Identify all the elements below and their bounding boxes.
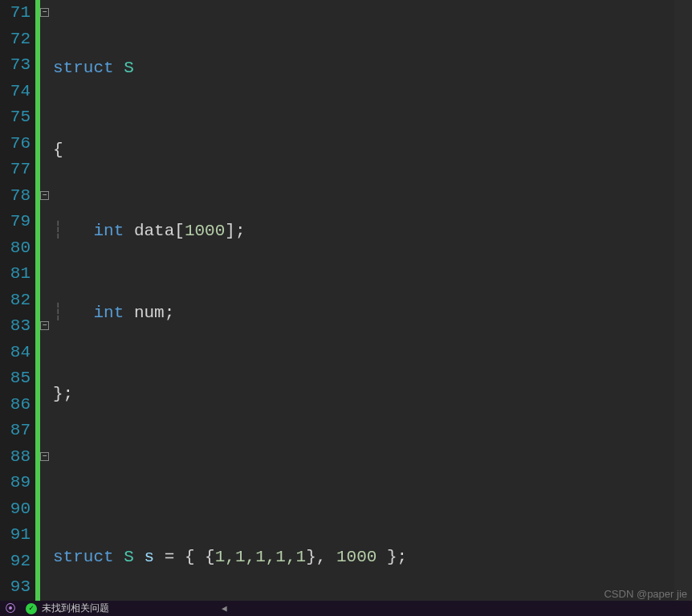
keyword-struct: struct [53, 55, 114, 82]
line-number: 93 [0, 574, 31, 601]
fold-toggle-icon[interactable]: − [40, 321, 49, 330]
line-number: 86 [0, 392, 31, 418]
fold-toggle-icon[interactable]: − [40, 452, 49, 461]
code-line[interactable]: ┆ int data[1000]; [53, 218, 692, 245]
code-line[interactable] [53, 463, 692, 490]
identifier: data [134, 218, 174, 245]
line-number: 77 [0, 157, 31, 183]
line-number: 79 [0, 209, 31, 235]
number: 1000 [185, 218, 225, 245]
line-number: 84 [0, 340, 31, 366]
code-line[interactable]: struct S [53, 55, 692, 82]
code-area[interactable]: struct S { ┆ int data[1000]; ┆ int num; … [51, 0, 692, 601]
line-number: 78 [0, 183, 31, 210]
line-number-gutter: 7172737475767778798081828384858687888990… [0, 0, 35, 601]
line-number: 91 [0, 522, 31, 549]
line-number: 88 [0, 444, 31, 471]
line-number: 90 [0, 496, 31, 523]
code-line[interactable]: ┆ int num; [53, 300, 692, 327]
extension-icon[interactable]: ⦿ [3, 602, 18, 616]
fold-toggle-icon[interactable]: − [40, 191, 49, 200]
line-number: 82 [0, 288, 31, 314]
watermark-text: CSDN @paper jie [604, 588, 687, 600]
line-number: 89 [0, 470, 31, 496]
identifier: num [134, 300, 165, 327]
minimap[interactable] [674, 0, 692, 601]
line-number: 85 [0, 365, 31, 392]
status-ok-icon[interactable]: ✓ [24, 602, 39, 616]
code-line[interactable]: struct S s = { {1,1,1,1,1}, 1000 }; [53, 545, 692, 571]
code-editor[interactable]: 7172737475767778798081828384858687888990… [0, 0, 692, 601]
line-number: 80 [0, 235, 31, 262]
line-number: 73 [0, 52, 31, 79]
status-bar[interactable]: ⦿ ✓ 未找到相关问题 ◀ [0, 601, 692, 616]
code-line[interactable]: }; [53, 381, 692, 408]
collapse-arrow-icon[interactable]: ◀ [222, 603, 227, 614]
line-number: 87 [0, 418, 31, 444]
fold-column[interactable]: −−−− [40, 0, 51, 601]
line-number: 71 [0, 0, 31, 27]
line-number: 83 [0, 313, 31, 340]
type-name: S [124, 55, 134, 82]
keyword-int: int [93, 300, 124, 327]
variable: s [144, 545, 154, 571]
line-number: 75 [0, 104, 31, 131]
line-number: 76 [0, 131, 31, 157]
status-message[interactable]: 未找到相关问题 [42, 602, 109, 615]
brace: { [53, 137, 63, 164]
code-line[interactable]: { [53, 137, 692, 164]
line-number: 72 [0, 27, 31, 53]
line-number: 92 [0, 549, 31, 575]
fold-toggle-icon[interactable]: − [40, 8, 49, 17]
line-number: 81 [0, 261, 31, 288]
line-number: 74 [0, 79, 31, 105]
keyword-int: int [93, 218, 124, 245]
